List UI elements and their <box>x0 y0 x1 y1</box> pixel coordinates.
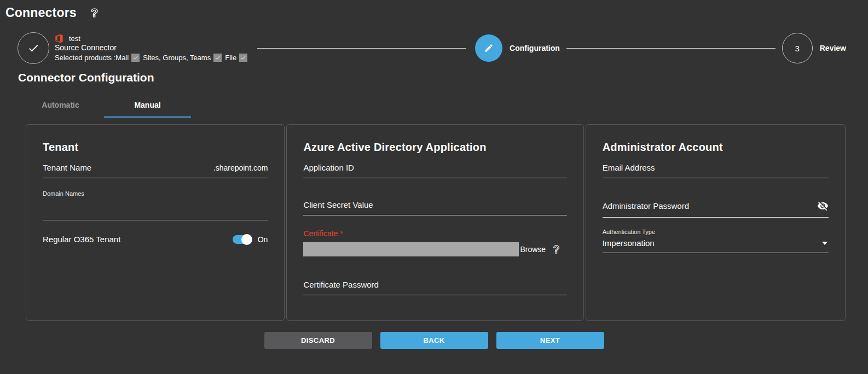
required-asterisk: * <box>340 229 343 238</box>
mail-checkbox-icon <box>131 54 140 62</box>
authentication-type-label: Authentication Type <box>603 229 829 235</box>
section-title: Connector Configuration <box>18 71 868 84</box>
svg-text:?: ? <box>553 243 560 255</box>
page-header: Connectors ? <box>0 0 868 20</box>
products-prefix: Selected products : <box>55 53 115 62</box>
product-sites-groups-teams: Sites, Groups, Teams <box>143 53 211 62</box>
file-checkbox-icon <box>239 54 247 62</box>
application-id-input[interactable] <box>303 163 566 172</box>
certificate-password-field <box>303 280 566 295</box>
step-complete-circle[interactable] <box>18 32 49 64</box>
connector-name: test <box>69 34 80 43</box>
administrator-panel: Administrator Account Authentication Typ… <box>586 124 846 321</box>
next-button[interactable]: NEXT <box>496 332 604 349</box>
password-visibility-toggle[interactable] <box>817 200 829 212</box>
browse-button[interactable]: Browse <box>520 245 546 254</box>
domain-names-label: Domain Names <box>43 190 268 197</box>
regular-o365-row: Regular O365 Tenant On <box>43 235 268 244</box>
certificate-label: Certificate * <box>303 229 566 238</box>
certificate-help-icon[interactable]: ? <box>552 243 560 256</box>
domain-names-field: Domain Names <box>43 190 268 220</box>
azure-ad-panel: Azure Active Directory Application Certi… <box>286 124 583 321</box>
stepper-connector-line <box>566 48 776 49</box>
page-title: Connectors <box>5 5 77 20</box>
svg-text:?: ? <box>91 6 98 20</box>
certificate-password-input[interactable] <box>303 280 566 289</box>
discard-button[interactable]: DISCARD <box>264 332 372 349</box>
check-icon <box>27 42 39 54</box>
tenant-panel: Tenant .sharepoint.com Domain Names Regu… <box>26 124 285 321</box>
config-mode-tabs: Automatic Manual <box>17 101 868 118</box>
eye-off-icon <box>817 200 829 212</box>
step-active-circle[interactable] <box>475 34 502 62</box>
administrator-panel-title: Administrator Account <box>603 141 829 154</box>
azure-ad-panel-title: Azure Active Directory Application <box>303 141 566 154</box>
step-configuration: Configuration <box>473 34 560 62</box>
chevron-down-icon <box>822 242 828 245</box>
step-configuration-label: Configuration <box>510 44 560 52</box>
step-source-label: Source Connector <box>55 43 251 52</box>
domain-names-input[interactable] <box>43 203 268 214</box>
certificate-file-input[interactable] <box>303 242 519 256</box>
administrator-password-field <box>603 200 829 218</box>
step-review: 3 Review <box>782 33 846 63</box>
configuration-panels: Tenant .sharepoint.com Domain Names Regu… <box>26 124 846 321</box>
regular-o365-toggle[interactable] <box>233 235 251 244</box>
office-365-icon <box>55 34 63 43</box>
client-secret-field <box>303 200 566 215</box>
help-icon[interactable]: ? <box>90 6 99 20</box>
step-review-label: Review <box>820 44 846 52</box>
step-review-circle: 3 <box>782 33 813 63</box>
tenant-name-field: .sharepoint.com <box>43 163 268 178</box>
footer-actions: DISCARD BACK NEXT <box>0 332 868 349</box>
step-source-info: test Source Connector Selected products … <box>55 34 251 62</box>
product-mail: Mail <box>115 53 129 62</box>
application-id-field <box>303 163 566 178</box>
product-file: File <box>225 53 236 62</box>
tenant-name-input[interactable] <box>43 163 213 172</box>
client-secret-input[interactable] <box>303 200 566 209</box>
toggle-state-label: On <box>258 235 268 244</box>
authentication-type-select[interactable]: Impersonation <box>603 238 829 253</box>
step-source-connector: test Source Connector Selected products … <box>18 32 251 64</box>
email-address-field <box>603 163 829 178</box>
toggle-knob <box>241 234 252 245</box>
stepper: test Source Connector Selected products … <box>0 32 868 64</box>
tab-automatic[interactable]: Automatic <box>17 101 104 118</box>
back-button[interactable]: BACK <box>380 332 488 349</box>
pencil-icon <box>484 43 494 53</box>
administrator-password-input[interactable] <box>603 201 813 211</box>
tenant-panel-title: Tenant <box>43 141 268 154</box>
tab-manual[interactable]: Manual <box>104 101 191 118</box>
authentication-type-field: Authentication Type Impersonation <box>603 229 829 253</box>
sites-groups-teams-checkbox-icon <box>213 54 222 62</box>
certificate-file-row: Browse ? <box>303 242 566 256</box>
authentication-type-value: Impersonation <box>603 238 655 248</box>
email-address-input[interactable] <box>603 163 829 172</box>
regular-o365-label: Regular O365 Tenant <box>43 235 120 244</box>
stepper-connector-line <box>257 48 466 49</box>
selected-products-summary: Selected products :MailSites, Groups, Te… <box>55 53 251 62</box>
sharepoint-suffix: .sharepoint.com <box>213 163 268 172</box>
